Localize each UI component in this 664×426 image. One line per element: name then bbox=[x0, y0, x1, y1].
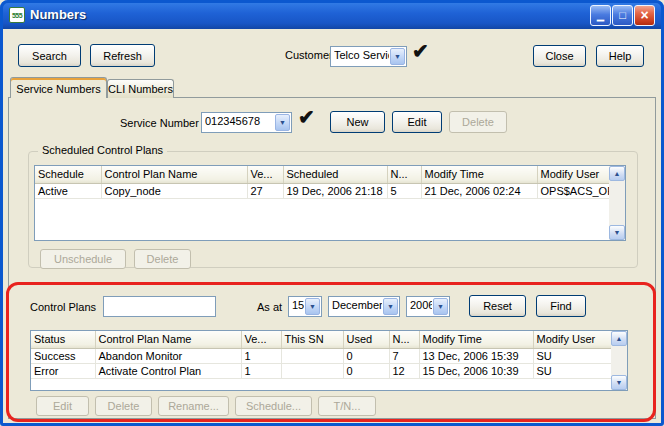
year-select[interactable]: 2006 ▼ bbox=[406, 296, 450, 317]
column-header[interactable]: Ve... bbox=[241, 331, 281, 348]
table-cell: 0 bbox=[343, 363, 389, 378]
new-button[interactable]: New bbox=[330, 111, 385, 133]
month-select-value: December bbox=[332, 299, 382, 311]
dropdown-arrow-glyph: ▼ bbox=[437, 303, 444, 310]
scroll-down-button[interactable]: ▼ bbox=[609, 225, 625, 240]
dropdown-arrow-glyph: ▼ bbox=[279, 119, 286, 126]
schedule-plan-button: Schedule... bbox=[235, 396, 312, 416]
table-cell: 0 bbox=[343, 348, 389, 363]
table-cell: 1 bbox=[241, 363, 281, 378]
maximize-button[interactable]: □ bbox=[612, 5, 633, 26]
scroll-up-button[interactable]: ▲ bbox=[611, 331, 627, 346]
unschedule-button: Unschedule bbox=[40, 249, 126, 269]
column-header[interactable]: Schedule bbox=[35, 166, 101, 183]
service-number-valid-check-icon: ✔ bbox=[298, 105, 315, 129]
chevron-down-icon[interactable]: ▼ bbox=[383, 298, 398, 315]
dropdown-arrow-glyph: ▼ bbox=[394, 53, 401, 60]
scroll-down-icon: ▼ bbox=[614, 229, 621, 236]
table-row[interactable]: ErrorActivate Control Plan101215 Dec, 20… bbox=[31, 363, 611, 378]
dropdown-arrow-glyph: ▼ bbox=[387, 303, 394, 310]
scroll-up-icon: ▲ bbox=[616, 335, 623, 342]
rename-plan-button: Rename... bbox=[158, 396, 229, 416]
help-button[interactable]: Help bbox=[596, 45, 644, 67]
service-number-select-value: 012345678 bbox=[205, 115, 274, 127]
column-header[interactable]: Modify User bbox=[533, 331, 611, 348]
column-header[interactable]: Control Plan Name bbox=[101, 166, 247, 183]
table-cell: 21 Dec, 2006 02:24 bbox=[421, 183, 537, 198]
search-button[interactable]: Search bbox=[18, 44, 81, 67]
column-header[interactable]: Control Plan Name bbox=[95, 331, 241, 348]
table-cell: Copy_node bbox=[101, 183, 247, 198]
day-select[interactable]: 15 ▼ bbox=[288, 296, 322, 317]
column-header[interactable]: This SN bbox=[281, 331, 343, 348]
dropdown-arrow-glyph: ▼ bbox=[309, 303, 316, 310]
customer-select[interactable]: Telco Services ▼ bbox=[330, 46, 407, 67]
table-row[interactable]: ActiveCopy_node2719 Dec, 2006 21:18521 D… bbox=[35, 183, 609, 198]
chevron-down-icon[interactable]: ▼ bbox=[390, 48, 405, 65]
year-select-value: 2006 bbox=[410, 299, 432, 311]
table-cell: OPS$ACS_OPER bbox=[537, 183, 609, 198]
control-plans-label: Control Plans bbox=[30, 301, 96, 313]
scroll-down-icon: ▼ bbox=[616, 379, 623, 386]
table-cell: 5 bbox=[387, 183, 421, 198]
chevron-down-icon[interactable]: ▼ bbox=[305, 298, 320, 315]
chevron-down-icon[interactable]: ▼ bbox=[433, 298, 448, 315]
table-cell: SU bbox=[533, 363, 611, 378]
table-cell: 27 bbox=[247, 183, 283, 198]
edit-plan-button: Edit bbox=[36, 396, 89, 416]
vertical-scrollbar[interactable]: ▲ ▼ bbox=[609, 166, 625, 240]
app-icon: 555 bbox=[9, 7, 25, 23]
table-cell: 13 Dec, 2006 15:39 bbox=[419, 348, 533, 363]
column-header[interactable]: Ve... bbox=[247, 166, 283, 183]
title-bar[interactable]: 555 Numbers ▁ □ × bbox=[0, 0, 664, 29]
column-header[interactable]: Modify User bbox=[537, 166, 609, 183]
table-cell: 1 bbox=[241, 348, 281, 363]
column-header[interactable]: Used bbox=[343, 331, 389, 348]
scroll-down-button[interactable]: ▼ bbox=[611, 375, 627, 390]
scrollbar-track[interactable] bbox=[609, 181, 625, 225]
tab-service-numbers[interactable]: Service Numbers bbox=[10, 77, 107, 98]
scroll-up-icon: ▲ bbox=[614, 170, 621, 177]
close-window-button[interactable]: × bbox=[634, 5, 655, 26]
table-cell: 15 Dec, 2006 10:39 bbox=[419, 363, 533, 378]
month-select[interactable]: December ▼ bbox=[328, 296, 400, 317]
day-select-value: 15 bbox=[292, 299, 304, 311]
column-header[interactable]: N... bbox=[389, 331, 419, 348]
scrollbar-track[interactable] bbox=[611, 346, 627, 375]
column-header[interactable]: Modify Time bbox=[419, 331, 533, 348]
table-row[interactable]: SuccessAbandon Monitor10713 Dec, 2006 15… bbox=[31, 348, 611, 363]
reset-button[interactable]: Reset bbox=[469, 295, 526, 317]
column-header[interactable]: Modify Time bbox=[421, 166, 537, 183]
table-cell: SU bbox=[533, 348, 611, 363]
customer-label: Customer bbox=[285, 49, 333, 61]
control-plans-table: StatusControl Plan NameVe...This SNUsedN… bbox=[30, 330, 628, 391]
find-button[interactable]: Find bbox=[536, 295, 586, 317]
window-title: Numbers bbox=[30, 7, 86, 22]
column-header[interactable]: Status bbox=[31, 331, 95, 348]
control-plans-grid: StatusControl Plan NameVe...This SNUsedN… bbox=[31, 331, 612, 379]
delete-plan-button: Delete bbox=[95, 396, 152, 416]
minimize-button[interactable]: ▁ bbox=[590, 5, 611, 26]
tab-cli-numbers[interactable]: CLI Numbers bbox=[107, 79, 174, 98]
table-header-row: ScheduleControl Plan NameVe...ScheduledN… bbox=[35, 166, 609, 183]
close-icon: × bbox=[640, 10, 648, 21]
close-button[interactable]: Close bbox=[533, 45, 586, 67]
control-plans-filter-input[interactable] bbox=[103, 296, 216, 317]
vertical-scrollbar[interactable]: ▲ ▼ bbox=[611, 331, 627, 390]
column-header[interactable]: N... bbox=[387, 166, 421, 183]
table-header-row: StatusControl Plan NameVe...This SNUsedN… bbox=[31, 331, 611, 348]
maximize-icon: □ bbox=[619, 10, 626, 21]
chevron-down-icon[interactable]: ▼ bbox=[275, 114, 290, 131]
minimize-icon: ▁ bbox=[597, 11, 604, 22]
tn-plan-button: T/N... bbox=[318, 396, 376, 416]
as-at-label: As at bbox=[257, 301, 282, 313]
refresh-button[interactable]: Refresh bbox=[90, 44, 155, 67]
edit-button[interactable]: Edit bbox=[392, 111, 442, 133]
column-header[interactable]: Scheduled bbox=[283, 166, 387, 183]
scheduled-control-plans-title: Scheduled Control Plans bbox=[38, 144, 167, 156]
scroll-up-button[interactable]: ▲ bbox=[609, 166, 625, 181]
table-cell: 7 bbox=[389, 348, 419, 363]
service-number-label: Service Number bbox=[120, 117, 199, 129]
service-number-select[interactable]: 012345678 ▼ bbox=[201, 112, 292, 133]
table-cell: Error bbox=[31, 363, 95, 378]
